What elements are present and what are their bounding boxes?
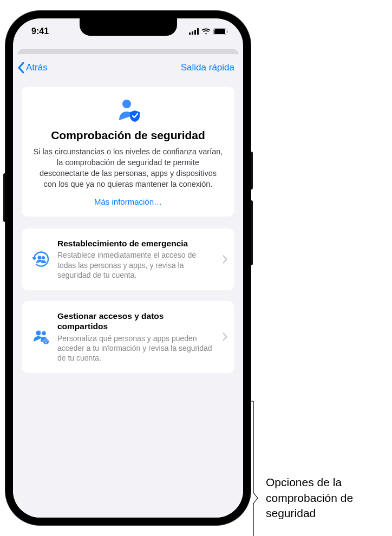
svg-rect-5: [214, 29, 225, 34]
option-title: Restablecimiento de emergencia: [57, 238, 216, 249]
side-button: [251, 200, 253, 265]
back-button[interactable]: Atrás: [17, 62, 48, 74]
wifi-icon: [201, 28, 211, 35]
iphone-frame: 9:41 Atrás Salida rápida: [5, 11, 251, 525]
hero-title: Comprobación de seguridad: [31, 129, 225, 142]
svg-line-20: [47, 343, 48, 343]
option-description: Restablece inmediatamente el acceso de t…: [57, 250, 216, 280]
option-title: Gestionar accesos y datos compartidos: [57, 311, 216, 332]
callout-annotation: Opciones de la comprobación de seguridad: [249, 11, 374, 536]
status-time: 9:41: [31, 27, 49, 36]
quick-exit-button[interactable]: Salida rápida: [181, 62, 234, 73]
option-text: Gestionar accesos y datos compartidos Pe…: [53, 311, 219, 363]
manage-sharing-option[interactable]: Gestionar accesos y datos compartidos Pe…: [22, 301, 234, 373]
side-button: [251, 152, 253, 189]
option-description: Personaliza qué personas y apps pueden a…: [57, 334, 216, 363]
back-label: Atrás: [26, 62, 48, 73]
chevron-left-icon: [17, 62, 25, 74]
status-indicators: [189, 28, 228, 35]
svg-point-10: [36, 331, 41, 336]
svg-point-11: [42, 331, 46, 336]
svg-point-8: [38, 256, 42, 259]
svg-line-22: [44, 343, 45, 343]
battery-icon: [213, 28, 228, 35]
manage-sharing-icon: [29, 328, 53, 346]
cellular-icon: [189, 28, 199, 35]
emergency-reset-icon: [29, 250, 53, 269]
annotation-label: Opciones de la comprobación de seguridad: [266, 475, 374, 521]
chevron-right-icon: [219, 255, 230, 264]
svg-rect-6: [227, 30, 227, 33]
hero-card: Comprobación de seguridad Si las circuns…: [22, 87, 234, 217]
modal-sheet: Atrás Salida rápida Comprobación de segu…: [13, 54, 243, 518]
svg-rect-1: [192, 31, 193, 35]
navigation-bar: Atrás Salida rápida: [13, 54, 243, 79]
side-button: [3, 173, 5, 222]
svg-rect-0: [189, 32, 191, 35]
svg-point-7: [122, 100, 131, 108]
screen: 9:41 Atrás Salida rápida: [13, 18, 243, 518]
svg-point-9: [42, 256, 45, 259]
chevron-right-icon: [219, 332, 230, 341]
content-area: Comprobación de seguridad Si las circuns…: [13, 79, 243, 373]
emergency-reset-option[interactable]: Restablecimiento de emergencia Restablec…: [22, 228, 234, 290]
svg-rect-3: [197, 28, 199, 35]
learn-more-link[interactable]: Más información…: [94, 197, 162, 206]
notch: [80, 18, 177, 36]
svg-line-19: [44, 340, 45, 341]
option-text: Restablecimiento de emergencia Restablec…: [53, 238, 219, 280]
svg-line-21: [47, 340, 48, 341]
safety-check-icon: [31, 99, 225, 122]
svg-rect-2: [194, 30, 196, 35]
hero-description: Si las circunstancias o los niveles de c…: [31, 146, 225, 189]
